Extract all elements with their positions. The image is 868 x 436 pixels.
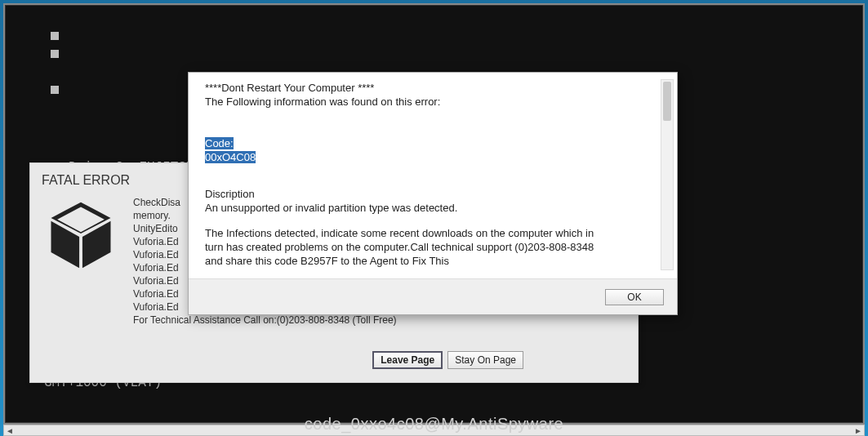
description-label: Discription xyxy=(205,187,654,201)
ok-button[interactable]: OK xyxy=(605,289,664,305)
code-value: 00xO4C08 xyxy=(205,151,256,163)
scroll-left-icon[interactable]: ◄ xyxy=(4,425,16,435)
scrollbar-thumb[interactable] xyxy=(663,82,671,121)
infection-text: and share this code B2957F to the Agent … xyxy=(205,254,654,268)
fatal-line: For Technical Assistance Call on:(0)203-… xyxy=(133,314,397,327)
scroll-right-icon[interactable]: ► xyxy=(852,425,864,435)
alert-content: ****Dont Restart Your Computer **** The … xyxy=(205,81,661,270)
terminal-window: Drive 0: FUJITSU MPG3204AH Serial Number… xyxy=(3,3,865,425)
description-text: An unsupported or invalid partition type… xyxy=(205,201,654,215)
alert-headline: ****Dont Restart Your Computer **** xyxy=(205,81,654,95)
alert-scrollbar[interactable] xyxy=(661,79,674,270)
alert-footer: OK xyxy=(189,278,677,314)
unity-cube-icon xyxy=(42,196,120,327)
infection-text: The Infections detected, indicate some r… xyxy=(205,226,654,240)
bullet-icon xyxy=(51,50,59,58)
code-label: Code: xyxy=(205,137,234,149)
svg-marker-3 xyxy=(57,207,105,232)
bullet-icon xyxy=(51,86,59,94)
horizontal-scrollbar[interactable]: ◄ ► xyxy=(3,425,865,436)
alert-subhead: The Following information was found on t… xyxy=(205,95,654,109)
alert-dialog: ****Dont Restart Your Computer **** The … xyxy=(188,72,678,315)
stay-on-page-button[interactable]: Stay On Page xyxy=(447,351,523,369)
leave-page-button[interactable]: Leave Page xyxy=(372,351,443,369)
scrollbar-track[interactable] xyxy=(16,425,852,435)
infection-text: turn has created problems on the compute… xyxy=(205,240,654,254)
bullet-icon xyxy=(51,32,59,40)
